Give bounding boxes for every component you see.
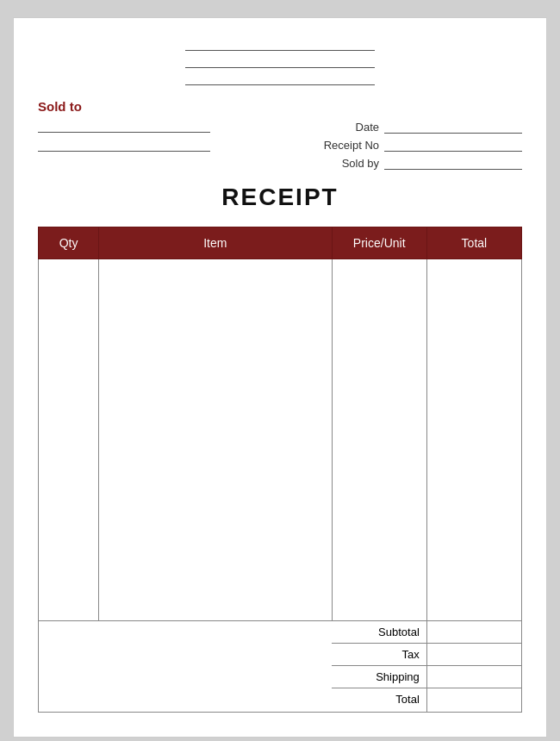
receipt-table: Qty Item Price/Unit Total Subtotal Tax	[38, 227, 522, 713]
date-field	[384, 121, 522, 134]
col-header-item: Item	[99, 227, 332, 259]
tax-value	[426, 644, 521, 666]
total-value	[426, 688, 521, 713]
total-label: Total	[332, 688, 426, 713]
sold-to-label: Sold to	[38, 99, 522, 114]
sold-to-line-2	[38, 140, 210, 152]
cell-qty	[39, 259, 99, 621]
cell-price	[332, 259, 426, 621]
totals-total-row: Total	[39, 688, 522, 713]
sold-by-label: Sold by	[310, 157, 379, 170]
subtotal-label: Subtotal	[332, 621, 426, 644]
col-header-qty: Qty	[39, 227, 99, 259]
date-row: Date	[310, 121, 522, 134]
shipping-label: Shipping	[332, 666, 426, 688]
cell-item	[99, 259, 332, 621]
totals-tax-row: Tax	[39, 644, 522, 666]
col-header-total: Total	[426, 227, 521, 259]
cell-total	[426, 259, 521, 621]
top-line-2	[185, 56, 375, 68]
col-header-price: Price/Unit	[332, 227, 426, 259]
shipping-value	[426, 666, 521, 688]
receipt-page: Sold to Date Receipt No Sold by RECEIPT	[13, 17, 547, 738]
top-line-1	[185, 39, 375, 51]
top-line-3	[185, 73, 375, 85]
sold-by-row: Sold by	[310, 157, 522, 170]
sold-to-line-1	[38, 121, 210, 133]
table-header-row: Qty Item Price/Unit Total	[39, 227, 522, 259]
totals-shipping-row: Shipping	[39, 666, 522, 688]
sold-to-lines	[38, 121, 210, 152]
table-data-row	[39, 259, 522, 621]
receipt-no-row: Receipt No	[310, 139, 522, 152]
receipt-title: RECEIPT	[38, 184, 522, 211]
date-label: Date	[310, 121, 379, 134]
subtotal-value	[426, 621, 521, 644]
sold-by-field	[384, 158, 522, 170]
info-section: Date Receipt No Sold by	[38, 121, 522, 170]
receipt-no-field	[384, 140, 522, 152]
receipt-no-label: Receipt No	[310, 139, 379, 152]
top-lines-section	[38, 39, 522, 85]
right-fields: Date Receipt No Sold by	[310, 121, 522, 170]
tax-label: Tax	[332, 644, 426, 666]
totals-subtotal-row: Subtotal	[39, 621, 522, 644]
